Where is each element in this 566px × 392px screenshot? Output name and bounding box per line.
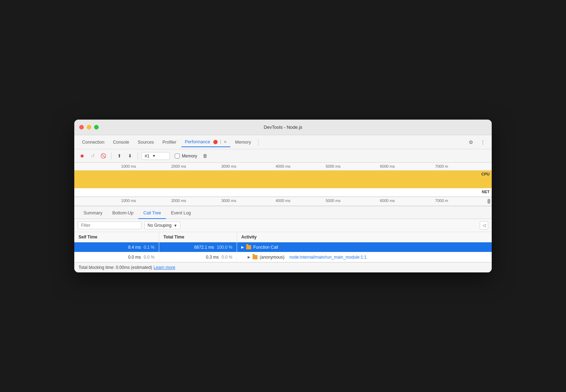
scroll-thumb[interactable] bbox=[487, 199, 490, 204]
table-row[interactable]: 8.4 ms 0.1 % 6872.1 ms 100.0 % ▶ Functio… bbox=[74, 242, 492, 252]
bmarker-4000: 4000 ms bbox=[276, 198, 290, 203]
marker-6000: 6000 ms bbox=[380, 164, 395, 168]
timeline-area: 1000 ms 2000 ms 3000 ms 4000 ms 5000 ms … bbox=[74, 163, 492, 206]
td-self-time-2: 0.0 ms 0.0 % bbox=[74, 252, 159, 262]
nav-sources[interactable]: Sources bbox=[134, 138, 157, 147]
bmarker-5000: 5000 ms bbox=[325, 198, 340, 203]
bmarker-6000: 6000 ms bbox=[380, 198, 395, 203]
nav-memory[interactable]: Memory bbox=[232, 138, 255, 147]
bottom-ruler: 1000 ms 2000 ms 3000 ms 4000 ms 5000 ms … bbox=[74, 197, 492, 206]
nav-performance[interactable]: Performance 🔴 ✕ bbox=[181, 137, 230, 147]
toolbar-divider-1 bbox=[111, 152, 111, 160]
nav-separator bbox=[258, 139, 259, 146]
th-total-time: Total Time bbox=[159, 232, 237, 242]
activity-link-2[interactable]: node:internal/main/run_main_module:1:1 bbox=[289, 255, 366, 260]
more-options-icon[interactable]: ⋮ bbox=[478, 138, 487, 147]
status-bar: Total blocking time: 0.00ms (estimated) … bbox=[74, 262, 492, 272]
marker-2000: 2000 ms bbox=[171, 164, 186, 168]
folder-icon-2 bbox=[253, 255, 258, 259]
titlebar: DevTools - Node.js bbox=[74, 120, 492, 135]
marker-3000: 3000 ms bbox=[221, 164, 236, 168]
nav-console[interactable]: Console bbox=[109, 138, 133, 147]
grouping-select[interactable]: No Grouping ▼ bbox=[144, 221, 180, 229]
clear-button[interactable]: 🚫 bbox=[99, 152, 108, 160]
close-button[interactable] bbox=[79, 125, 84, 129]
bmarker-2000: 2000 ms bbox=[171, 198, 186, 203]
grouping-dropdown-icon: ▼ bbox=[174, 224, 177, 227]
net-label: NET bbox=[482, 190, 490, 194]
marker-7000: 7000 m bbox=[435, 164, 448, 168]
expand-triangle-2[interactable]: ▶ bbox=[248, 255, 250, 259]
table-row[interactable]: 0.0 ms 0.0 % 0.3 ms 0.0 % ▶ (anonymous) … bbox=[74, 252, 492, 262]
profile-dropdown-icon: ▼ bbox=[152, 154, 156, 158]
marker-5000: 5000 ms bbox=[325, 164, 340, 168]
tab-summary[interactable]: Summary bbox=[79, 208, 107, 219]
memory-checkbox[interactable]: Memory bbox=[175, 154, 197, 158]
upload-button[interactable]: ⬆ bbox=[115, 152, 123, 160]
profile-label: #1 bbox=[145, 154, 149, 158]
tab-bottom-up[interactable]: Bottom-Up bbox=[107, 208, 138, 219]
performance-toolbar: ⏺ ↺ 🚫 ⬆ ⬇ #1 ▼ Memory 🗑 bbox=[74, 149, 492, 163]
filter-input[interactable] bbox=[78, 221, 142, 229]
nav-profiler[interactable]: Profiler bbox=[159, 138, 180, 147]
th-self-time: Self Time bbox=[74, 232, 159, 242]
td-activity-1: ▶ Function Call bbox=[237, 242, 492, 252]
th-activity: Activity bbox=[237, 232, 492, 242]
trash-button[interactable]: 🗑 bbox=[201, 152, 209, 160]
download-button[interactable]: ⬇ bbox=[126, 152, 134, 160]
maximize-button[interactable] bbox=[94, 125, 99, 129]
top-ruler: 1000 ms 2000 ms 3000 ms 4000 ms 5000 ms … bbox=[74, 163, 492, 171]
cpu-track: CPU bbox=[74, 171, 492, 188]
expand-triangle-1[interactable]: ▶ bbox=[241, 245, 244, 249]
bmarker-7000: 7000 m bbox=[435, 198, 448, 203]
toolbar-divider-2 bbox=[138, 152, 138, 160]
nav-actions: ⚙ ⋮ bbox=[466, 138, 487, 147]
activity-label-2: (anonymous) bbox=[260, 255, 284, 260]
td-self-time-1: 8.4 ms 0.1 % bbox=[74, 242, 159, 252]
folder-icon-1 bbox=[246, 245, 251, 249]
status-text: Total blocking time: 0.00ms (estimated) bbox=[79, 265, 152, 270]
nav-tabs: Connection Console Sources Profiler Perf… bbox=[74, 135, 492, 149]
data-table: Self Time Total Time Activity 8.4 ms 0.1… bbox=[74, 232, 492, 262]
window-title: DevTools - Node.js bbox=[264, 125, 302, 130]
tab-call-tree[interactable]: Call Tree bbox=[138, 208, 166, 219]
profile-selector[interactable]: #1 ▼ bbox=[142, 152, 170, 160]
table-body: 8.4 ms 0.1 % 6872.1 ms 100.0 % ▶ Functio… bbox=[74, 242, 492, 262]
bmarker-3000: 3000 ms bbox=[221, 198, 236, 203]
marker-1000: 1000 ms bbox=[121, 164, 136, 168]
expand-sidebar-button[interactable]: ◁ bbox=[480, 221, 488, 230]
filter-bar: No Grouping ▼ ◁ bbox=[74, 219, 492, 232]
minimize-button[interactable] bbox=[87, 125, 91, 129]
record-button[interactable]: ⏺ bbox=[78, 152, 86, 160]
cpu-label: CPU bbox=[481, 172, 490, 176]
reload-button[interactable]: ↺ bbox=[88, 152, 97, 160]
grouping-label: No Grouping bbox=[148, 223, 172, 228]
learn-more-link[interactable]: Learn more bbox=[154, 265, 175, 270]
window-controls bbox=[79, 125, 99, 129]
table-header: Self Time Total Time Activity bbox=[74, 232, 492, 242]
memory-label: Memory bbox=[182, 154, 197, 158]
net-track: NET bbox=[74, 188, 492, 197]
analysis-tabs: Summary Bottom-Up Call Tree Event Log bbox=[74, 206, 492, 219]
devtools-window: DevTools - Node.js Connection Console So… bbox=[74, 120, 492, 272]
tab-event-log[interactable]: Event Log bbox=[166, 208, 196, 219]
td-total-time-2: 0.3 ms 0.0 % bbox=[159, 252, 237, 262]
td-activity-2: ▶ (anonymous) node:internal/main/run_mai… bbox=[237, 252, 492, 262]
td-total-time-1: 6872.1 ms 100.0 % bbox=[159, 242, 237, 252]
activity-label-1: Function Call bbox=[253, 245, 278, 250]
marker-4000: 4000 ms bbox=[276, 164, 290, 168]
memory-checkbox-input[interactable] bbox=[175, 154, 180, 158]
settings-icon[interactable]: ⚙ bbox=[466, 138, 475, 147]
performance-close-icon[interactable]: ✕ bbox=[224, 140, 227, 144]
nav-connection[interactable]: Connection bbox=[79, 138, 108, 147]
bmarker-1000: 1000 ms bbox=[121, 198, 136, 203]
